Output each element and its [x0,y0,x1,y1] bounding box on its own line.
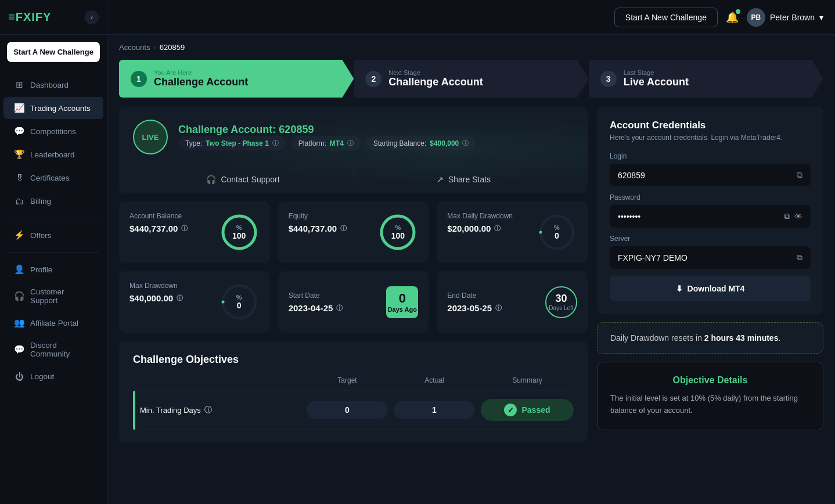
eye-icon[interactable]: 👁 [794,212,802,221]
copy-icon[interactable]: ⧉ [797,170,802,180]
info-icon[interactable]: ⓘ [340,224,347,233]
sidebar-toggle-button[interactable]: ‹ [85,10,99,24]
cred-field: •••••••• ⧉👁 [610,205,811,228]
contact-support-icon: 🎧 [206,175,216,184]
obj-status-cell: ✓ Passed [481,399,574,421]
sidebar-item-certificates[interactable]: 🎖Certificates [3,167,103,189]
info-icon[interactable]: ⓘ [494,224,501,233]
stage-2: 2 Next Stage Challenge Account [354,60,588,98]
sidebar-item-customer-support[interactable]: 🎧Customer Support [3,282,103,311]
obj-actual: 1 [394,401,475,419]
copy-icon[interactable]: ⧉ [784,211,790,221]
main-area: Start A New Challenge 🔔 PB Peter Brown ▾… [107,0,835,504]
sidebar-label-discord-community: Discord Community [30,341,93,358]
sidebar-item-dashboard[interactable]: ⊞Dashboard [3,74,103,96]
days-sub: Days Left [549,305,573,311]
stat-info: Account Balance $440,737.00 ⓘ [129,212,188,233]
stat-info: Max Daily Drawdown $20,000.00 ⓘ [447,212,513,233]
share-stats-button[interactable]: ↗ Share Stats [354,165,574,193]
gauge-label: % 0 [554,224,560,240]
stage-box-3[interactable]: 3 Last Stage Live Account [589,60,823,98]
download-mt4-button[interactable]: ⬇ Download MT4 [610,276,811,301]
cred-value: 620859 [618,171,645,180]
sidebar-item-profile[interactable]: 👤Profile [3,258,103,280]
contact-support-button[interactable]: 🎧 Contact Support [133,165,354,193]
sidebar-item-affiliate-portal[interactable]: 👥Affiliate Portal [3,312,103,334]
download-label: Download MT4 [688,284,745,293]
stat-info: Equity $440,737.00 ⓘ [289,212,347,233]
credentials-card: Account Credentials Here's your account … [597,107,823,314]
gauge: % 100 [219,212,260,253]
sidebar-label-offers: Offers [30,231,52,240]
drawdown-card: Daily Drawdown resets in 2 hours 43 minu… [597,322,823,354]
stat-label: Equity [289,212,347,220]
obj-col-actual: Actual [394,376,475,384]
info-icon[interactable]: ⓘ [336,304,343,312]
objective-details-text: The initial level is set at 10% (5% dail… [610,393,810,417]
info-icon[interactable]: ⓘ [272,139,279,147]
info-icon[interactable]: ⓘ [347,139,354,147]
app-logo: ≡FXIFY [8,10,51,24]
leaderboard-icon: 🏆 [14,149,24,160]
stat-value: $440,737.00 ⓘ [289,224,347,233]
calendar-icon: 0 Days Ago [386,286,418,318]
cred-value: FXPIG-NY7 DEMO [618,253,688,262]
topbar-user[interactable]: PB Peter Brown ▾ [747,8,823,27]
stage-title-3: Live Account [624,76,689,88]
days-left-badge: 30 Days Left [545,286,577,318]
info-icon[interactable]: ⓘ [462,139,469,147]
obj-col-name [133,376,301,384]
sidebar-label-trading-accounts: Trading Accounts [30,104,91,113]
sidebar-item-competitions[interactable]: 💬Competitions [3,120,103,142]
topbar-bell[interactable]: 🔔 [726,11,739,24]
credentials-title: Account Credentials [610,120,811,131]
user-avatar: PB [747,8,765,27]
gauge: % 0 [219,282,260,322]
contact-support-label: Contact Support [221,175,279,184]
affiliate-portal-icon: 👥 [14,318,24,328]
info-icon[interactable]: ⓘ [177,294,183,303]
sidebar-item-trading-accounts[interactable]: 📈Trading Accounts [3,97,103,119]
cred-field: 620859 ⧉ [610,164,811,186]
account-card: LIVE Challenge Account: 620859 Type: Two… [119,107,588,193]
sidebar-item-discord-community[interactable]: 💬Discord Community [3,335,103,364]
days-num: 30 [555,293,567,305]
stats-row-2: Max Drawdown $40,000.00 ⓘ % 0 Start Date… [119,271,588,333]
sidebar-item-billing[interactable]: 🗂Billing [3,190,103,212]
sidebar-item-logout[interactable]: ⏻Logout [3,365,103,387]
topbar: Start A New Challenge 🔔 PB Peter Brown ▾ [107,0,835,35]
right-panel: Account Credentials Here's your account … [597,107,823,442]
account-title-prefix: Challenge Account: [178,124,279,135]
account-title: Challenge Account: 620859 [178,124,476,136]
stage-1: 1 You Are Here Challenge Account [119,60,354,98]
topbar-new-challenge-button[interactable]: Start A New Challenge [614,8,718,27]
obj-col-target: Target [307,376,388,384]
gauge-pct: % [236,294,242,301]
competitions-icon: 💬 [14,126,24,136]
sidebar-item-leaderboard[interactable]: 🏆Leaderboard [3,143,103,165]
sidebar-label-billing: Billing [30,197,51,206]
gauge-num: 100 [232,231,246,240]
gauge-pct: % [232,224,246,231]
obj-target: 0 [307,401,388,419]
obj-status: ✓ Passed [481,399,574,421]
sidebar-item-offers[interactable]: ⚡Offers [3,224,103,246]
sidebar-label-dashboard: Dashboard [30,81,69,89]
share-stats-icon: ↗ [437,175,444,184]
copy-icon[interactable]: ⧉ [797,253,802,262]
left-panel: LIVE Challenge Account: 620859 Type: Two… [119,107,588,442]
gauge-label: % 100 [391,224,405,240]
check-icon: ✓ [504,404,517,416]
objectives-card: Challenge Objectives Target Actual Summa… [119,341,588,442]
info-icon[interactable]: ⓘ [495,304,502,312]
stat2-info: Start Date 2023-04-25 ⓘ [289,291,343,313]
stat2-card-0: Max Drawdown $40,000.00 ⓘ % 0 [119,271,270,333]
stat-card-0: Account Balance $440,737.00 ⓘ % 100 [119,201,270,263]
objective-row-inner: Min. Trading Days ⓘ 0 1 ✓ Passed [140,391,574,430]
sidebar-new-challenge-button[interactable]: Start A New Challenge [7,42,100,62]
breadcrumb-accounts[interactable]: Accounts [119,43,150,52]
info-icon[interactable]: ⓘ [181,224,188,233]
breadcrumb-separator: › [153,43,156,52]
stage-box-2[interactable]: 2 Next Stage Challenge Account [354,60,588,98]
info-icon[interactable]: ⓘ [204,405,212,415]
